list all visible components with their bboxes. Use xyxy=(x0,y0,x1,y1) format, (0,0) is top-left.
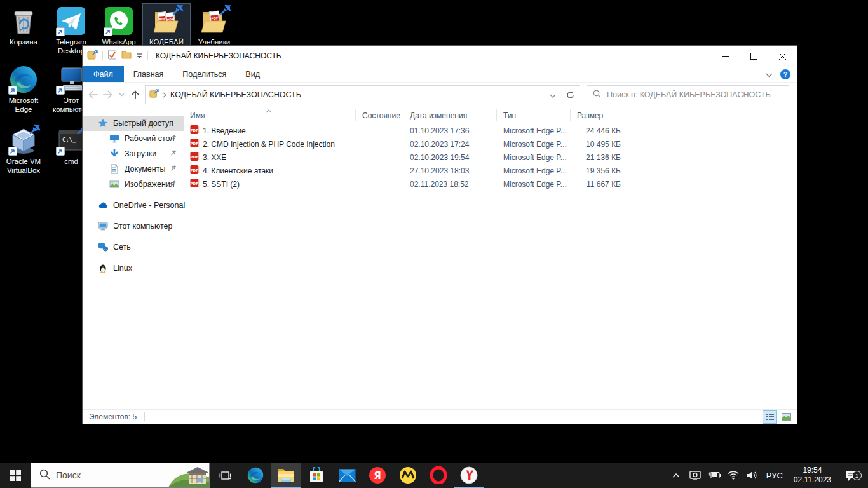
tab-file[interactable]: Файл xyxy=(83,66,124,82)
tray-date: 02.11.2023 xyxy=(794,475,831,485)
taskbar-search-input[interactable] xyxy=(56,470,151,480)
battery-charging-icon[interactable] xyxy=(707,468,721,483)
up-button[interactable] xyxy=(128,86,142,104)
forward-button[interactable] xyxy=(100,86,114,104)
customize-qat-button[interactable] xyxy=(136,50,143,62)
file-name: 3. XXE xyxy=(203,153,226,162)
tab-share[interactable]: Поделиться xyxy=(173,66,236,82)
search-input[interactable] xyxy=(607,90,783,99)
desktop-icon-kodebay[interactable]: PDF PDF КОДЕБАЙ xyxy=(143,4,190,48)
desktop-icon-virtualbox[interactable]: Oracle VM VirtualBox xyxy=(0,123,47,177)
sidebar-item-documents[interactable]: Документы xyxy=(83,161,184,177)
taskbar-explorer-icon[interactable] xyxy=(271,463,301,488)
expand-ribbon-button[interactable] xyxy=(766,69,773,80)
action-center-button[interactable]: 1 xyxy=(840,470,862,481)
volume-icon[interactable] xyxy=(745,468,759,483)
recent-locations-button[interactable] xyxy=(114,86,128,104)
desktop-icon-recycle-bin[interactable]: Корзина xyxy=(0,4,47,48)
items-count: Элементов: 5 xyxy=(89,412,137,421)
pdf-file-icon: PDF xyxy=(190,125,200,137)
window-title: КОДЕБАЙ КИБЕРБЕЗОПАСНОСТЬ xyxy=(156,51,281,60)
file-type: Microsoft Edge P... xyxy=(497,166,571,175)
desktop-icon-uchebniki[interactable]: PDF Учебники xyxy=(191,4,238,48)
shortcut-arrow-icon xyxy=(56,27,65,36)
downloads-icon xyxy=(109,149,119,159)
back-button[interactable] xyxy=(86,86,100,104)
refresh-button[interactable] xyxy=(560,85,580,104)
taskbar-mail-icon[interactable] xyxy=(332,463,362,488)
search-highlight-image[interactable] xyxy=(168,463,209,487)
tab-home[interactable]: Главная xyxy=(124,66,173,82)
help-button[interactable]: ? xyxy=(780,69,790,79)
file-list-pane: Имя Состояние Дата изменения Тип Размер … xyxy=(184,107,797,409)
titlebar[interactable]: КОДЕБАЙ КИБЕРБЕЗОПАСНОСТЬ xyxy=(83,46,797,66)
sidebar-item-onedrive[interactable]: OneDrive - Personal xyxy=(83,198,184,213)
cast-display-icon[interactable] xyxy=(688,468,702,483)
sidebar-item-this-pc[interactable]: Этот компьютер xyxy=(83,219,184,234)
file-row[interactable]: PDF4. Клиентские атаки 27.10.2023 18:03 … xyxy=(184,164,797,177)
file-date: 01.10.2023 17:36 xyxy=(403,126,497,135)
file-name: 4. Клиентские атаки xyxy=(203,166,273,175)
desktop-icon-whatsapp[interactable]: WhatsApp xyxy=(95,4,142,48)
breadcrumb-chevron-icon xyxy=(163,89,166,100)
breadcrumb[interactable]: КОДЕБАЙ КИБЕРБЕЗОПАСНОСТЬ xyxy=(170,90,301,99)
wifi-icon[interactable] xyxy=(726,468,740,483)
explorer-search[interactable] xyxy=(587,85,789,104)
linux-penguin-icon xyxy=(98,263,108,273)
column-header-size[interactable]: Размер xyxy=(571,109,627,121)
whatsapp-icon xyxy=(104,6,134,36)
svg-text:PDF: PDF xyxy=(190,142,198,146)
taskbar-search[interactable] xyxy=(31,463,210,488)
tab-view[interactable]: Вид xyxy=(236,66,269,82)
sidebar-item-pictures[interactable]: Изображения xyxy=(83,177,184,192)
sidebar-item-desktop[interactable]: Рабочий стол xyxy=(83,131,184,146)
address-dropdown-icon[interactable] xyxy=(550,89,556,100)
taskbar-m-yellow-icon[interactable] xyxy=(393,463,423,488)
column-header-status[interactable]: Состояние xyxy=(356,109,403,121)
file-name: 5. SSTI (2) xyxy=(203,180,240,189)
taskbar-store-icon[interactable] xyxy=(301,463,332,488)
clock[interactable]: 19:54 02.11.2023 xyxy=(790,466,835,485)
taskbar-edge-icon[interactable] xyxy=(240,463,271,488)
pictures-icon xyxy=(109,179,119,189)
shortcut-arrow-icon xyxy=(8,86,17,95)
file-row[interactable]: PDF3. XXE 02.10.2023 19:54 Microsoft Edg… xyxy=(184,151,797,164)
onedrive-icon xyxy=(98,200,108,210)
column-header-type[interactable]: Тип xyxy=(497,109,571,121)
language-indicator[interactable]: РУС xyxy=(764,471,785,480)
navigation-bar: КОДЕБАЙ КИБЕРБЕЗОПАСНОСТЬ xyxy=(83,83,797,107)
desktop-icon-edge[interactable]: Microsoft Edge xyxy=(0,62,47,116)
documents-icon xyxy=(109,164,119,174)
file-row[interactable]: PDF1. Введение 01.10.2023 17:36 Microsof… xyxy=(184,124,797,137)
column-header-date[interactable]: Дата изменения xyxy=(403,109,497,121)
taskbar-yandex-browser-icon[interactable] xyxy=(454,463,484,488)
maximize-button[interactable] xyxy=(740,46,768,66)
close-button[interactable] xyxy=(768,46,797,66)
sidebar-item-downloads[interactable]: Загрузки xyxy=(83,146,184,161)
this-pc-icon xyxy=(56,64,86,95)
start-button[interactable] xyxy=(0,463,31,488)
file-row[interactable]: PDF2. CMD Injection & PHP Code Injection… xyxy=(184,137,797,151)
file-date: 27.10.2023 18:03 xyxy=(403,166,497,175)
sidebar-item-quick-access[interactable]: Быстрый доступ xyxy=(83,116,184,131)
file-type: Microsoft Edge P... xyxy=(497,126,571,135)
recycle-bin-icon xyxy=(8,6,39,36)
file-row[interactable]: PDF5. SSTI (2) 02.11.2023 18:52 Microsof… xyxy=(184,177,797,191)
address-bar[interactable]: КОДЕБАЙ КИБЕРБЕЗОПАСНОСТЬ xyxy=(145,85,560,104)
minimize-button[interactable] xyxy=(711,46,740,66)
details-view-button[interactable] xyxy=(763,411,776,423)
taskbar-yandex-icon[interactable]: Я xyxy=(362,463,393,488)
properties-button[interactable] xyxy=(107,50,117,62)
file-size: 19 356 КБ xyxy=(571,166,627,175)
column-headers: Имя Состояние Дата изменения Тип Размер xyxy=(184,107,797,124)
taskbar-opera-icon[interactable] xyxy=(423,463,454,488)
search-icon xyxy=(593,89,601,100)
task-view-button[interactable] xyxy=(210,463,240,488)
sidebar-item-label: Этот компьютер xyxy=(113,222,172,231)
file-type: Microsoft Edge P... xyxy=(497,153,571,162)
thumbnails-view-button[interactable] xyxy=(780,411,793,423)
show-hidden-icons-chevron[interactable] xyxy=(669,468,683,483)
sidebar-item-linux[interactable]: Linux xyxy=(83,261,184,276)
new-folder-button[interactable] xyxy=(121,50,132,62)
sidebar-item-network[interactable]: Сеть xyxy=(83,240,184,255)
